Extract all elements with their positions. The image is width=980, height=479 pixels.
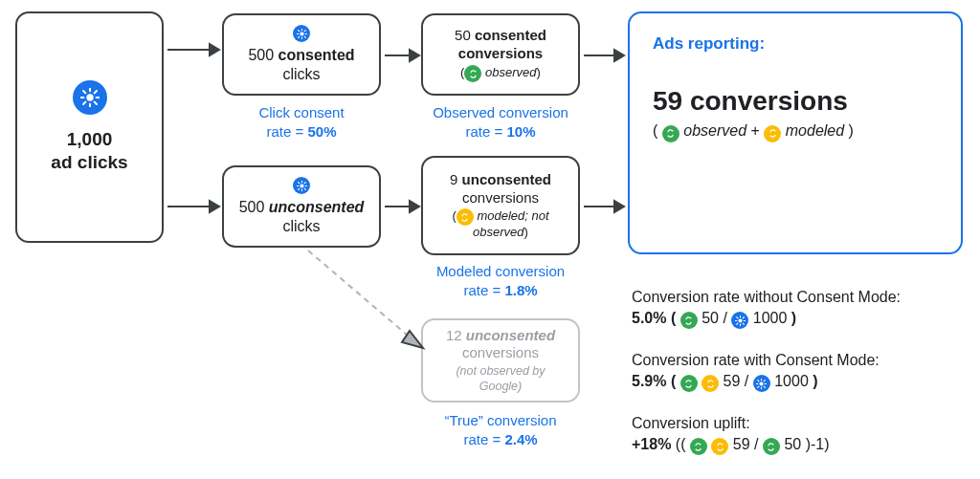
consented-conv-label: conversions xyxy=(458,45,543,61)
unconsented-conv-note: modeled; not observed xyxy=(473,208,548,240)
box-ad-clicks: 1,000 ad clicks xyxy=(15,11,164,243)
box-consented-conversions: 50 consented conversions ( observed) xyxy=(421,13,580,96)
result-heading: Ads reporting: xyxy=(653,34,938,54)
conversion-icon xyxy=(662,125,679,142)
box-ads-reporting: Ads reporting: 59 conversions ( observed… xyxy=(628,11,963,254)
label-click-consent-rate: Click consent rate = 50% xyxy=(222,103,381,141)
conversion-icon xyxy=(764,125,781,142)
svg-marker-5 xyxy=(614,50,624,61)
consented-conv-word: consented xyxy=(475,27,546,43)
click-icon xyxy=(293,25,310,42)
label-true-conv-rate: “True” conversion rate = 2.4% xyxy=(413,411,588,448)
conversion-icon xyxy=(680,375,698,392)
unconsented-conv-count: 9 xyxy=(450,171,457,187)
conversion-icon xyxy=(457,208,474,226)
box-unconsented-clicks: 500 unconsented clicks xyxy=(222,165,381,248)
stat-uplift: Conversion uplift: +18% (( 59 / 50 )-1) xyxy=(632,413,967,455)
true-conv-label: conversions xyxy=(462,344,539,360)
conversion-icon xyxy=(464,65,481,82)
box-true-conversions: 12 unconsented conversions (not observed… xyxy=(421,318,580,403)
click-icon xyxy=(73,80,107,115)
arrow-icon xyxy=(166,38,221,61)
true-conv-word: unconsented xyxy=(466,327,555,343)
click-icon xyxy=(293,177,310,194)
consented-clicks-word: consented xyxy=(278,47,355,63)
conversion-icon xyxy=(711,438,728,455)
svg-marker-2 xyxy=(210,201,219,212)
consented-conv-note: observed xyxy=(485,65,536,79)
svg-marker-4 xyxy=(410,201,419,212)
true-conv-note: (not observed by Google) xyxy=(456,364,545,393)
paren-open: ( xyxy=(653,122,657,139)
arrow-dashed-icon xyxy=(306,249,431,354)
label-observed-conv-rate: Observed conversion rate = 10% xyxy=(413,103,588,141)
result-count: 59 conversions xyxy=(653,86,938,117)
consented-clicks-label: clicks xyxy=(282,66,320,82)
arrow-icon xyxy=(383,44,421,67)
consented-conv-count: 50 xyxy=(455,27,471,43)
click-icon xyxy=(731,312,748,329)
conversion-icon xyxy=(680,312,698,329)
true-conv-count: 12 xyxy=(446,327,462,343)
result-modeled: modeled xyxy=(786,122,844,139)
box-unconsented-conversions: 9 unconsented conversions ( modeled; not… xyxy=(421,156,580,255)
box-consented-clicks: 500 consented clicks xyxy=(222,13,381,96)
ad-clicks-label: ad clicks xyxy=(51,152,127,172)
arrow-icon xyxy=(166,195,221,218)
arrow-icon xyxy=(582,195,626,218)
unconsented-clicks-word: unconsented xyxy=(269,199,365,215)
label-modeled-conv-rate: Modeled conversion rate = 1.8% xyxy=(413,262,588,299)
svg-marker-3 xyxy=(410,50,419,61)
unconsented-clicks-label: clicks xyxy=(282,218,320,234)
paren-close: ) xyxy=(849,122,854,139)
ad-clicks-count: 1,000 xyxy=(67,129,113,149)
svg-marker-6 xyxy=(614,201,624,212)
plus: + xyxy=(751,122,765,139)
consented-clicks-count: 500 xyxy=(248,47,274,63)
conversion-icon xyxy=(690,438,707,455)
result-observed: observed xyxy=(683,122,746,139)
unconsented-conv-label: conversions xyxy=(462,189,539,206)
unconsented-clicks-count: 500 xyxy=(239,199,265,215)
arrow-icon xyxy=(383,195,421,218)
click-icon xyxy=(753,375,770,392)
svg-marker-1 xyxy=(210,44,219,55)
conversion-icon xyxy=(702,375,719,392)
conversion-icon xyxy=(763,438,780,455)
stat-without-consent: Conversion rate without Consent Mode: 5.… xyxy=(632,287,967,329)
arrow-icon xyxy=(582,44,626,67)
unconsented-conv-word: unconsented xyxy=(462,171,551,187)
stat-with-consent: Conversion rate with Consent Mode: 5.9% … xyxy=(632,350,967,392)
